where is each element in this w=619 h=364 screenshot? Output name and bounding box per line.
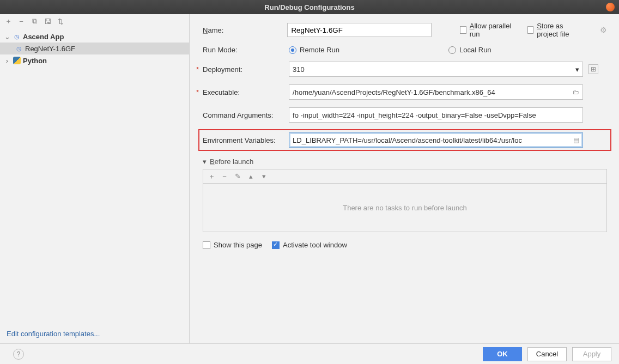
sort-icon[interactable]: ⇅ [57, 17, 64, 26]
remove-icon[interactable]: − [17, 17, 25, 26]
add-deployment-button[interactable]: ⊞ [588, 64, 598, 74]
cmd-args-label: Command Arguments: [203, 111, 289, 119]
env-vars-label: Environment Variables: [203, 136, 289, 144]
env-vars-highlight: Environment Variables: LD_LIBRARY_PATH=/… [198, 129, 611, 151]
allow-parallel-label: Allow parallel run [470, 22, 513, 38]
add-icon[interactable]: ＋ [208, 172, 215, 181]
chevron-down-icon[interactable]: ⌄ [3, 33, 11, 41]
name-input[interactable] [287, 23, 432, 37]
radio-remote-run[interactable]: Remote Run [289, 46, 339, 54]
before-launch-empty: There are no tasks to run before launch [203, 183, 607, 232]
dialog-footer: ? OK Cancel Apply [0, 343, 619, 364]
chevron-down-icon: ▾ [575, 65, 579, 74]
tree-label: Ascend App [23, 33, 64, 41]
tree-item-regnet[interactable]: ◷ RegNetY-1.6GF [0, 43, 189, 54]
save-icon[interactable]: 🖫 [44, 17, 51, 26]
up-icon: ▴ [247, 172, 254, 180]
chevron-right-icon[interactable]: › [3, 57, 11, 65]
run-mode-label: Run Mode: [203, 46, 289, 54]
env-vars-input[interactable]: LD_LIBRARY_PATH=/usr/local/Ascend/ascend… [289, 132, 583, 148]
folder-icon[interactable]: 🗁 [571, 88, 579, 96]
gear-icon[interactable]: ⚙ [600, 26, 607, 34]
tree-label: RegNetY-1.6GF [25, 45, 75, 53]
tree-item-ascend-app[interactable]: ⌄ ◷ Ascend App [0, 31, 189, 43]
window-titlebar: Run/Debug Configurations [0, 0, 619, 14]
list-icon[interactable]: ▤ [571, 136, 579, 144]
main-panel: Name: Allow parallel run Store as projec… [190, 14, 619, 343]
config-tree: ⌄ ◷ Ascend App ◷ RegNetY-1.6GF › Python [0, 28, 189, 324]
radio-local-run[interactable]: Local Run [448, 46, 491, 54]
edit-icon: ✎ [234, 172, 241, 180]
executable-input[interactable]: /home/yuan/AscendProjects/RegNetY-1.6GF/… [289, 84, 583, 100]
deployment-label: *Deployment: [203, 65, 289, 74]
sidebar: ＋ − ⧉ 🖫 ⇅ ⌄ ◷ Ascend App ◷ RegNetY-1.6GF… [0, 14, 190, 343]
deployment-select[interactable]: 310 ▾ [289, 62, 583, 77]
ascend-icon: ◷ [13, 33, 21, 40]
ascend-icon: ◷ [15, 45, 23, 52]
show-page-label: Show this page [214, 241, 262, 249]
show-page-checkbox[interactable] [203, 241, 210, 249]
name-label: Name: [203, 26, 273, 34]
executable-label: *Executable: [203, 88, 289, 96]
down-icon: ▾ [260, 172, 268, 180]
edit-templates-link[interactable]: Edit configuration templates... [0, 324, 189, 343]
tree-item-python[interactable]: › Python [0, 54, 189, 66]
before-launch-section: ▾ Before launch ＋ − ✎ ▴ ▾ There are no t… [203, 157, 607, 232]
window-title: Run/Debug Configurations [264, 3, 354, 11]
cmd-args-input[interactable]: fo -input_width=224 -input_height=224 -o… [289, 107, 583, 123]
sidebar-toolbar: ＋ − ⧉ 🖫 ⇅ [0, 14, 189, 28]
ok-button[interactable]: OK [483, 347, 522, 361]
tree-label: Python [23, 57, 47, 65]
allow-parallel-checkbox[interactable] [460, 26, 466, 34]
before-launch-toolbar: ＋ − ✎ ▴ ▾ [203, 169, 607, 183]
remove-icon: − [221, 172, 228, 180]
add-icon[interactable]: ＋ [4, 16, 12, 26]
copy-icon[interactable]: ⧉ [31, 17, 38, 26]
store-project-checkbox[interactable] [527, 26, 534, 34]
help-icon[interactable]: ? [13, 349, 24, 360]
cancel-button[interactable]: Cancel [527, 347, 567, 361]
close-icon[interactable] [606, 3, 615, 11]
before-launch-header[interactable]: ▾ Before launch [203, 157, 607, 166]
activate-tool-label: Activate tool window [283, 241, 347, 249]
apply-button[interactable]: Apply [572, 347, 611, 361]
store-project-label: Store as project file [537, 22, 586, 38]
radio-icon [289, 46, 296, 54]
activate-tool-checkbox[interactable] [272, 241, 280, 249]
radio-icon [448, 46, 456, 54]
chevron-down-icon: ▾ [203, 157, 207, 166]
python-icon [13, 57, 21, 64]
